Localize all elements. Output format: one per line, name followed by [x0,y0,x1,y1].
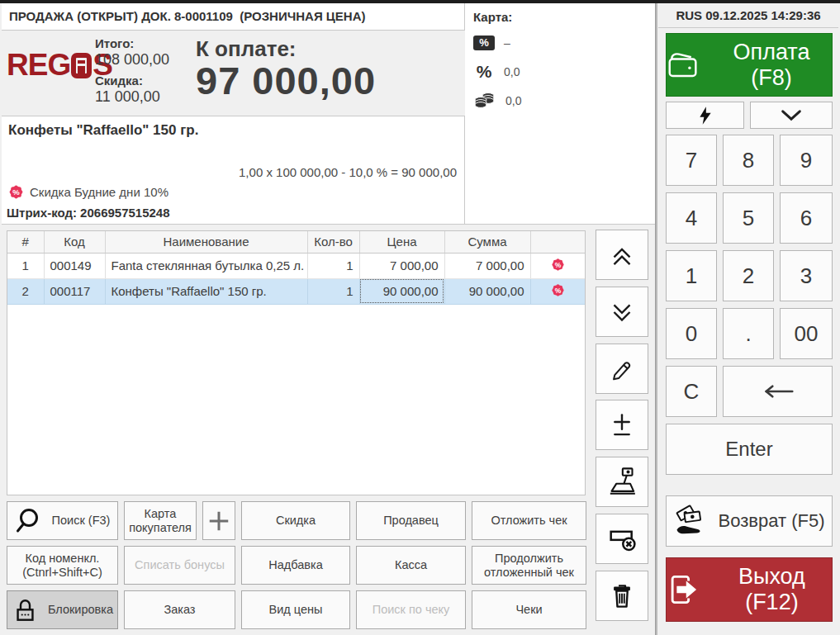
edit-pencil-icon [606,353,638,385]
key-2[interactable]: 2 [723,250,774,301]
key-backspace[interactable] [723,366,833,417]
logo-o [71,53,92,78]
item-barcode: Штрих-код: 2066957515248 [7,206,170,220]
key-dot[interactable]: . [723,308,774,359]
plus-minus-button[interactable] [596,400,648,450]
void-line-button[interactable] [596,514,648,564]
pay-button-label: Оплата (F8) [711,40,832,91]
key-0[interactable]: 0 [666,308,717,359]
cell-code: 000149 [44,253,105,278]
item-calculation: 1,00 x 100 000,00 - 10,0 % = 90 000,00 [239,165,457,179]
subtotal-label: Итого: [95,36,134,50]
col-header-num: # [7,231,44,253]
key-enter[interactable]: Enter [666,424,833,475]
plus-minus-icon [606,410,638,441]
refund-button-label: Возврат (F5) [719,510,825,532]
key-5[interactable]: 5 [723,192,774,244]
plus-icon [206,509,231,533]
cell-discount-icon: % [530,253,585,278]
card-bonus-value: 0,0 [505,94,521,107]
quick-action-button[interactable] [666,102,744,129]
card-panel-title: Карта: [473,10,647,24]
percent-icon: % [473,64,495,80]
card-bonus-row: 0,0 [473,91,647,111]
item-discount-note: Скидка Будние дни 10% [30,185,168,199]
coins-icon [473,89,496,112]
card-discount-row: % – [473,33,647,53]
chevron-down-icon [779,109,804,121]
scale-icon [605,466,638,499]
cell-price-focused[interactable]: 90 000,00 [359,278,444,304]
lock-button[interactable]: Блокировка [7,590,118,629]
discount-starburst-icon: % [551,283,565,297]
search-button-label: Поиск (F3) [52,514,111,528]
table-header-row: # Код Наименование Кол-во Цена Сумма [7,231,585,253]
lock-icon [12,595,39,625]
move-up-icon [606,239,638,271]
card-percent-row: % 0,0 [473,62,647,82]
cell-name: Fanta стеклянная бутылка 0,25 л. [105,253,307,278]
action-grid: Поиск (F3) Карта покупателя Скидка Прода… [7,501,586,629]
discount-button[interactable]: Скидка [241,501,350,540]
key-8[interactable]: 8 [723,135,774,186]
table-row[interactable]: 1 000149 Fanta стеклянная бутылка 0,25 л… [7,253,585,278]
cell-name: Конфеты "Raffaello" 150 гр. [105,278,307,304]
refund-button[interactable]: Возврат (F5) [666,495,833,547]
order-button[interactable]: Заказ [124,590,235,629]
resume-held-receipt-button[interactable]: Продолжить отложенный чек [472,546,586,585]
key-4[interactable]: 4 [666,192,717,244]
cell-num: 1 [7,253,44,278]
scale-button[interactable] [596,457,648,507]
move-down-button[interactable] [596,287,648,337]
col-header-code: Код [44,231,105,253]
items-table: # Код Наименование Кол-во Цена Сумма 1 0… [7,231,585,305]
key-6[interactable]: 6 [780,192,833,244]
discount-total-value: 11 000,00 [95,88,160,106]
add-item-button[interactable] [202,501,235,540]
col-header-qty: Кол-во [307,231,359,253]
customer-card-button[interactable]: Карта покупателя [124,501,197,540]
price-type-button[interactable]: Вид цены [241,590,350,629]
delete-line-button[interactable] [596,571,648,621]
key-1[interactable]: 1 [666,250,717,301]
move-up-button[interactable] [596,230,648,280]
col-header-icon [530,231,585,253]
receipts-button[interactable]: Чеки [472,590,586,629]
cash-register-button[interactable]: Касса [356,546,466,585]
discount-total-label: Скидка: [95,73,143,88]
item-code-button[interactable]: Код номенкл. (Ctnrl+Shift+C) [7,546,118,585]
expand-keypad-button[interactable] [750,102,833,129]
key-3[interactable]: 3 [780,250,833,301]
seller-button[interactable]: Продавец [356,501,466,540]
cell-sum: 7 000,00 [444,253,530,278]
edit-line-button[interactable] [596,344,648,394]
hold-receipt-button[interactable]: Отложить чек [472,501,586,540]
card-percent-value: 0,0 [504,65,520,78]
to-pay-value: 97 000,00 [196,58,376,103]
wallet-icon [667,50,700,80]
status-bar: RUS 09.12.2025 14:29:36 [658,3,838,28]
discount-starburst-icon: % [8,184,24,200]
exit-button[interactable]: Выход (F12) [666,557,833,622]
percent-badge-icon: % [473,36,495,50]
hand-money-icon [674,505,709,538]
key-9[interactable]: 9 [780,135,833,186]
col-header-price: Цена [359,231,444,253]
search-button[interactable]: Поиск (F3) [7,501,118,540]
table-row-selected[interactable]: 2 000117 Конфеты "Raffaello" 150 гр. 1 9… [7,278,585,304]
pay-button[interactable]: Оплата (F8) [666,33,833,97]
move-down-icon [606,296,638,328]
logo-text-left: REG [7,48,70,83]
item-name: Конфеты "Raffaello" 150 гр. [8,122,198,139]
cell-code: 000117 [44,278,105,304]
key-clear[interactable]: C [666,366,717,417]
key-00[interactable]: 00 [780,308,833,359]
lightning-icon [697,105,714,126]
surcharge-button[interactable]: Надбавка [241,546,350,585]
trash-icon [606,581,638,612]
pos-window: ПРОДАЖА (ОТКРЫТ) ДОК. 8-0001109 (РОЗНИЧН… [0,0,840,635]
sale-title: ПРОДАЖА (ОТКРЫТ) ДОК. 8-0001109 (РОЗНИЧН… [2,3,465,31]
card-panel: Карта: % – % 0,0 0,0 [465,3,655,225]
key-7[interactable]: 7 [666,135,717,186]
right-panel: RUS 09.12.2025 14:29:36 Оплата (F8) 7 8 … [658,0,840,635]
